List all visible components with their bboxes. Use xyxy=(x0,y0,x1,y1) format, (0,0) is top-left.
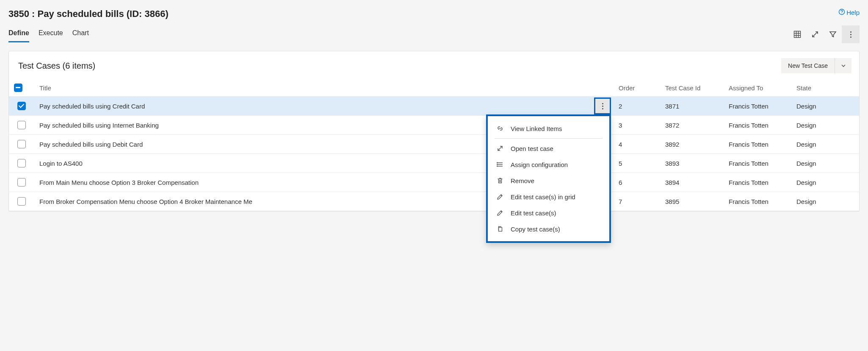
open-icon xyxy=(496,145,504,152)
test-cases-panel: Test Cases (6 items) New Test Case Title… xyxy=(8,51,860,212)
table-row[interactable]: Login to AS40053893Francis TottenDesign xyxy=(9,154,859,173)
svg-rect-2 xyxy=(794,31,801,38)
grid-view-button[interactable] xyxy=(788,25,806,43)
context-item[interactable]: View Linked Items xyxy=(488,120,609,136)
test-cases-table: Title Order Test Case Id Assigned To Sta… xyxy=(9,79,859,211)
svg-point-1 xyxy=(842,13,842,14)
cell-assigned: Francis Totten xyxy=(724,97,791,116)
cell-id: 3871 xyxy=(660,97,724,116)
row-more-button[interactable] xyxy=(594,98,611,114)
cell-title: Pay scheduled bills using Credit Card xyxy=(34,97,614,116)
cell-order: 2 xyxy=(614,97,660,116)
col-title[interactable]: Title xyxy=(34,79,614,97)
context-item[interactable]: Assign configuration xyxy=(488,156,609,173)
cell-assigned: Francis Totten xyxy=(724,154,791,173)
context-item-label: Open test case xyxy=(511,145,553,152)
row-checkbox[interactable] xyxy=(17,197,26,206)
cell-order: 3 xyxy=(614,116,660,135)
cell-assigned: Francis Totten xyxy=(724,192,791,211)
context-item-label: Edit test case(s) xyxy=(511,209,556,217)
tab-define[interactable]: Define xyxy=(8,27,29,42)
table-row[interactable]: Pay scheduled bills using Debit Card4389… xyxy=(9,135,859,154)
context-item-label: Edit test case(s) in grid xyxy=(511,193,575,201)
fullscreen-button[interactable] xyxy=(806,25,824,43)
col-state[interactable]: State xyxy=(791,79,859,97)
context-item-label: View Linked Items xyxy=(511,125,562,132)
help-label: Help xyxy=(846,9,860,16)
cell-order: 7 xyxy=(614,192,660,211)
table-header-row: Title Order Test Case Id Assigned To Sta… xyxy=(9,79,859,97)
cell-state: Design xyxy=(791,116,859,135)
cell-state: Design xyxy=(791,154,859,173)
cell-assigned: Francis Totten xyxy=(724,135,791,154)
cell-order: 6 xyxy=(614,173,660,192)
tab-execute[interactable]: Execute xyxy=(39,27,63,42)
table-row[interactable]: From Broker Compensation Menu choose Opt… xyxy=(9,192,859,211)
more-icon xyxy=(850,31,851,38)
context-item-label: Assign configuration xyxy=(511,161,568,168)
trash-icon xyxy=(496,177,504,184)
row-checkbox[interactable] xyxy=(17,102,26,110)
new-test-case-button[interactable]: New Test Case xyxy=(781,58,835,73)
context-item[interactable]: Remove xyxy=(488,173,609,189)
more-options-button[interactable] xyxy=(842,25,860,43)
context-item-label: Remove xyxy=(511,177,534,184)
cell-id: 3893 xyxy=(660,154,724,173)
edit-icon xyxy=(496,193,504,201)
table-row[interactable]: From Main Menu choose Option 3 Broker Co… xyxy=(9,173,859,192)
col-assigned[interactable]: Assigned To xyxy=(724,79,791,97)
context-separator xyxy=(495,138,603,139)
cell-id: 3895 xyxy=(660,192,724,211)
table-row[interactable]: Pay scheduled bills using Internet Banki… xyxy=(9,116,859,135)
context-item[interactable]: Edit test case(s) in grid xyxy=(488,189,609,205)
cell-id: 3892 xyxy=(660,135,724,154)
row-context-menu[interactable]: View Linked ItemsOpen test caseAssign co… xyxy=(486,114,611,220)
svg-point-13 xyxy=(497,166,498,166)
tabs: DefineExecuteChart xyxy=(8,27,89,42)
context-item[interactable]: Open test case xyxy=(488,140,609,156)
cell-state: Design xyxy=(791,135,859,154)
cell-id: 3872 xyxy=(660,116,724,135)
row-checkbox[interactable] xyxy=(17,178,26,187)
col-id[interactable]: Test Case Id xyxy=(660,79,724,97)
svg-point-12 xyxy=(497,164,498,164)
link-icon xyxy=(496,125,504,132)
select-all-checkbox[interactable] xyxy=(14,84,22,92)
row-checkbox[interactable] xyxy=(17,140,26,148)
help-icon xyxy=(838,8,845,17)
cell-id: 3894 xyxy=(660,173,724,192)
row-checkbox[interactable] xyxy=(17,159,26,167)
filter-button[interactable] xyxy=(824,25,842,43)
context-item[interactable]: Edit test case(s) xyxy=(488,205,609,220)
help-link[interactable]: Help xyxy=(838,8,860,17)
cell-state: Design xyxy=(791,173,859,192)
new-test-case-dropdown[interactable] xyxy=(835,58,851,73)
cell-order: 4 xyxy=(614,135,660,154)
page-title: 3850 : Pay scheduled bills (ID: 3866) xyxy=(8,8,169,20)
cell-assigned: Francis Totten xyxy=(724,116,791,135)
more-icon xyxy=(602,103,603,109)
table-row[interactable]: Pay scheduled bills using Credit Card238… xyxy=(9,97,859,116)
cell-state: Design xyxy=(791,192,859,211)
cell-state: Design xyxy=(791,97,859,116)
edit-icon xyxy=(496,209,504,217)
cell-order: 5 xyxy=(614,154,660,173)
col-order[interactable]: Order xyxy=(614,79,660,97)
row-checkbox[interactable] xyxy=(17,121,26,129)
panel-title: Test Cases (6 items) xyxy=(18,61,95,71)
cell-assigned: Francis Totten xyxy=(724,173,791,192)
svg-point-11 xyxy=(497,162,498,163)
config-icon xyxy=(496,161,504,168)
tab-chart[interactable]: Chart xyxy=(72,27,89,42)
